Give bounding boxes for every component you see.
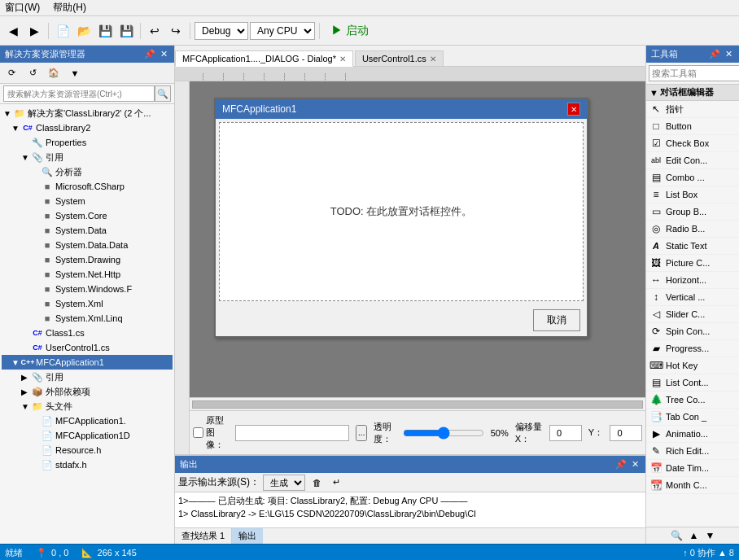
offset-y-input[interactable] xyxy=(610,425,642,441)
tree-item-classlibrary2[interactable]: ▼ C# ClassLibrary2 xyxy=(2,120,173,135)
toolbox-item-treeco[interactable]: 🌲 Tree Co... xyxy=(646,392,739,409)
close-panel-button[interactable]: ✕ xyxy=(159,49,169,59)
tree-item-mfcapp1[interactable]: ▼ C++ MFCApplication1 xyxy=(2,355,173,370)
sol-sync-button[interactable]: ⟳ xyxy=(2,63,21,83)
tree-item-system-core[interactable]: ■ System.Core xyxy=(2,208,173,223)
tree-item-mfc-h1[interactable]: 📄 MFCApplication1. xyxy=(2,413,173,428)
tree-item-system-data-data[interactable]: ■ System.Data.Data xyxy=(2,238,173,252)
find-results-tab[interactable]: 查找结果 1 xyxy=(175,528,232,544)
tree-item-usercontrol1[interactable]: C# UserControl1.cs xyxy=(2,340,173,355)
solution-search-button[interactable]: 🔍 xyxy=(155,85,171,102)
undo-button[interactable]: ↩ xyxy=(145,21,164,41)
toolbox-search-input[interactable] xyxy=(649,65,739,81)
prototype-browse-button[interactable]: ... xyxy=(356,425,367,441)
toolbox-icon-3[interactable]: ▼ xyxy=(706,530,715,541)
open-button[interactable]: 📂 xyxy=(74,21,94,41)
toolbox-item-groupbox[interactable]: ▭ Group B... xyxy=(646,203,739,221)
toolbox-close-button[interactable]: ✕ xyxy=(724,49,734,59)
output-wrap-button[interactable]: ↵ xyxy=(328,475,344,491)
prototype-checkbox-input[interactable] xyxy=(193,427,203,438)
save-button[interactable]: 💾 xyxy=(95,21,115,41)
output-tab[interactable]: 输出 xyxy=(232,528,263,544)
prototype-image-checkbox[interactable]: 原型图像： xyxy=(193,414,229,451)
h-scroll-track[interactable] xyxy=(192,400,643,409)
toolbox-item-horizscroll[interactable]: ↔ Horizont... xyxy=(646,272,739,289)
transparency-slider[interactable] xyxy=(403,427,484,440)
toolbox-item-listbox[interactable]: ≡ List Box xyxy=(646,186,739,203)
tree-item-headers[interactable]: ▼ 📁 头文件 xyxy=(2,399,173,413)
toolbox-item-listcont[interactable]: ▤ List Cont... xyxy=(646,374,739,392)
tree-item-system-xml-linq[interactable]: ■ System.Xml.Linq xyxy=(2,311,173,326)
new-file-button[interactable]: 📄 xyxy=(53,21,72,41)
toolbox-item-richedit[interactable]: ✎ Rich Edit... xyxy=(646,443,739,460)
tree-item-solution[interactable]: ▼ 📁 解决方案'ClassLibrary2' (2 个... xyxy=(2,106,173,120)
toolbox-item-progress[interactable]: ▰ Progress... xyxy=(646,340,739,357)
tree-item-system-net-http[interactable]: ■ System.Net.Http xyxy=(2,267,173,282)
toolbox-item-datetim[interactable]: 📅 Date Tim... xyxy=(646,460,739,477)
toolbox-item-spincon[interactable]: ⟳ Spin Con... xyxy=(646,323,739,340)
sol-home-button[interactable]: 🏠 xyxy=(44,63,63,83)
horizontal-scrollbar[interactable] xyxy=(190,397,645,410)
tab-dialog[interactable]: MFCApplication1...._DIALOG - Dialog* ✕ xyxy=(175,50,353,67)
toolbox-item-editcon[interactable]: abl Edit Con... xyxy=(646,152,739,169)
output-close-button[interactable]: ✕ xyxy=(630,459,641,470)
sol-filter-button[interactable]: ▼ xyxy=(65,63,85,83)
solution-search-input[interactable] xyxy=(3,85,155,102)
toolbox-item-slider[interactable]: ◁ Slider C... xyxy=(646,306,739,323)
save-all-button[interactable]: 💾 xyxy=(116,21,136,41)
output-clear-button[interactable]: 🗑 xyxy=(308,475,325,491)
toolbox-item-button[interactable]: □ Button xyxy=(646,118,739,135)
tree-item-stdafx-h[interactable]: 📄 stdafx.h xyxy=(2,457,173,472)
tree-item-mfc-h2[interactable]: 📄 MFCApplication1D xyxy=(2,428,173,443)
toolbox-item-statictext[interactable]: A Static Text xyxy=(646,238,739,255)
sol-refresh-button[interactable]: ↺ xyxy=(23,63,42,83)
toolbox-item-tabcon[interactable]: 📑 Tab Con _ xyxy=(646,409,739,426)
tab-usercontrol-close[interactable]: ✕ xyxy=(430,55,436,63)
tree-item-system[interactable]: ■ System xyxy=(2,194,173,208)
toolbox-item-checkbox[interactable]: ☑ Check Box xyxy=(646,135,739,152)
back-button[interactable]: ◀ xyxy=(3,21,23,41)
toolbox-item-monthc[interactable]: 📆 Month C... xyxy=(646,477,739,494)
pin-button[interactable]: 📌 xyxy=(142,49,157,59)
toolbox-item-picturec[interactable]: 🖼 Picture C... xyxy=(646,255,739,272)
tree-item-external-deps[interactable]: ▶ 📦 外部依赖项 xyxy=(2,384,173,399)
tab-dialog-close[interactable]: ✕ xyxy=(339,55,346,63)
tab-usercontrol[interactable]: UserControl1.cs ✕ xyxy=(355,50,444,66)
tree-item-resource-h[interactable]: 📄 Resource.h xyxy=(2,443,173,457)
toolbox-item-vertscroll[interactable]: ↕ Vertical ... xyxy=(646,289,739,306)
tree-item-system-data[interactable]: ■ System.Data xyxy=(2,223,173,238)
start-button[interactable]: ▶ 启动 xyxy=(324,21,376,41)
prototype-image-path[interactable] xyxy=(235,425,349,441)
redo-button[interactable]: ↪ xyxy=(166,21,186,41)
toolbox-item-animatio[interactable]: ▶ Animatio... xyxy=(646,426,739,443)
tree-item-analyzer[interactable]: 🔍 分析器 xyxy=(2,164,173,179)
tree-item-system-drawing[interactable]: ■ System.Drawing xyxy=(2,252,173,267)
tree-item-microsoft-csharp[interactable]: ■ Microsoft.CSharp xyxy=(2,179,173,194)
menu-window[interactable]: 窗口(W) xyxy=(5,1,40,15)
debug-mode-select[interactable]: Debug xyxy=(195,22,248,40)
tree-item-mfc-ref[interactable]: ▶ 📎 引用 xyxy=(2,370,173,384)
dialog-canvas[interactable]: MFCApplication1 ✕ TODO: 在此放置对话框控件。 取消 xyxy=(190,81,645,397)
offset-x-input[interactable] xyxy=(549,425,582,441)
tree-item-properties[interactable]: 🔧 Properties xyxy=(2,135,173,150)
toolbox-item-pointer[interactable]: ↖ 指针 xyxy=(646,101,739,118)
dialog-cancel-button[interactable]: 取消 xyxy=(533,309,580,331)
dialog-content-area[interactable]: TODO: 在此放置对话框控件。 xyxy=(219,122,584,301)
tree-item-class1[interactable]: C# Class1.cs xyxy=(2,326,173,340)
output-pin-button[interactable]: 📌 xyxy=(614,459,628,470)
toolbox-item-combo[interactable]: ▤ Combo ... xyxy=(646,169,739,186)
toolbox-icon-2[interactable]: ▲ xyxy=(689,530,699,541)
tree-item-system-xml[interactable]: ■ System.Xml xyxy=(2,296,173,311)
cpu-target-select[interactable]: Any CPU xyxy=(250,22,315,40)
toolbox-icon-1[interactable]: 🔍 xyxy=(671,530,683,541)
toolbox-pin-button[interactable]: 📌 xyxy=(707,49,722,59)
toolbox-item-radiobutton[interactable]: ◎ Radio B... xyxy=(646,221,739,238)
toolbox-item-hotkey[interactable]: ⌨ Hot Key xyxy=(646,357,739,374)
forward-button[interactable]: ▶ xyxy=(24,21,44,41)
tree-item-system-windows[interactable]: ■ System.Windows.F xyxy=(2,282,173,296)
toolbox-section-dialog[interactable]: ▼ 对话框编辑器 xyxy=(646,85,739,101)
tree-item-references[interactable]: ▼ 📎 引用 xyxy=(2,150,173,164)
menu-help[interactable]: 帮助(H) xyxy=(53,1,86,15)
output-source-select[interactable]: 生成 xyxy=(263,475,305,491)
dialog-close-button[interactable]: ✕ xyxy=(567,103,580,116)
